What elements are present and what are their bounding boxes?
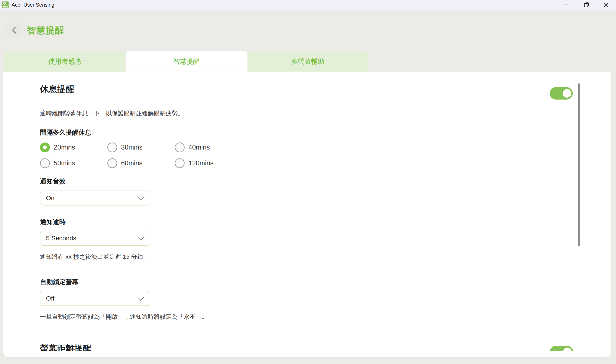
auto-lock-select[interactable]: Off <box>40 291 150 306</box>
radio-20mins[interactable]: 20mins <box>40 142 107 153</box>
minimize-icon <box>564 2 570 8</box>
auto-lock-label: 自動鎖定螢幕 <box>40 278 79 286</box>
user-sensing-app-icon <box>2 1 9 8</box>
radio-60mins[interactable]: 60mins <box>107 158 175 168</box>
radio-120mins[interactable]: 120mins <box>175 158 245 168</box>
tab-user-sensing[interactable]: 使用者感應 <box>4 51 125 72</box>
toggle-knob <box>563 348 572 351</box>
tab-smart-reminder[interactable]: 智慧提醒 <box>125 51 247 72</box>
selected-value: Off <box>46 295 54 302</box>
radio-40mins[interactable]: 40mins <box>175 142 245 153</box>
close-button[interactable] <box>596 0 616 10</box>
chevron-down-icon <box>137 196 144 201</box>
interval-radio-group: 20mins 30mins 40mins 50mins 60mins 120mi… <box>40 142 245 168</box>
radio-unselected-icon <box>175 158 185 168</box>
titlebar: Acer User Sensing <box>0 0 616 10</box>
restore-icon <box>584 2 589 8</box>
vertical-scrollbar[interactable] <box>578 83 580 246</box>
chevron-down-icon <box>137 297 144 301</box>
selected-value: On <box>46 195 55 202</box>
notification-timeout-note: 通知將在 xx 秒之後淡出並延遲 15 分鐘。 <box>40 253 149 261</box>
interval-label: 間隔多久提醒休息 <box>40 128 91 137</box>
radio-unselected-icon <box>175 143 185 152</box>
minimize-button[interactable] <box>557 0 577 10</box>
notification-sound-label: 通知音效 <box>40 177 66 186</box>
radio-30mins[interactable]: 30mins <box>107 142 175 153</box>
radio-selected-icon <box>40 143 50 152</box>
tab-label: 使用者感應 <box>48 57 82 66</box>
chevron-down-icon <box>137 237 144 241</box>
notification-sound-select[interactable]: On <box>40 191 150 206</box>
rest-reminder-toggle[interactable] <box>550 87 573 100</box>
back-button[interactable] <box>6 22 23 39</box>
notification-timeout-select[interactable]: 5 Seconds <box>40 231 150 246</box>
window-title: Acer User Sensing <box>12 2 54 8</box>
notification-timeout-label: 通知逾時 <box>40 218 66 226</box>
radio-unselected-icon <box>40 158 50 168</box>
restore-button[interactable] <box>577 0 596 10</box>
chevron-left-icon <box>10 26 19 35</box>
toggle-knob <box>563 89 571 98</box>
screen-distance-toggle[interactable] <box>550 346 573 351</box>
radio-unselected-icon <box>107 143 117 152</box>
close-icon <box>603 2 609 8</box>
tab-label: 多螢幕輔助 <box>291 57 325 66</box>
rest-reminder-title: 休息提醒 <box>40 83 74 95</box>
tab-multi-screen-assist[interactable]: 多螢幕輔助 <box>247 51 368 72</box>
tab-label: 智慧提醒 <box>173 57 200 66</box>
radio-50mins[interactable]: 50mins <box>40 158 107 168</box>
auto-lock-note: 一旦自動鎖定螢幕設為「開啟」，通知逾時將設定為「永不」。 <box>40 313 208 321</box>
radio-unselected-icon <box>107 158 117 168</box>
section-divider <box>40 338 573 338</box>
screen-distance-section: 螢幕距離提醒 <box>40 342 574 351</box>
selected-value: 5 Seconds <box>46 234 76 242</box>
screen-distance-title: 螢幕距離提醒 <box>40 343 91 351</box>
page-title: 智慧提醒 <box>27 24 65 36</box>
rest-reminder-description: 適時離開螢幕休息一下，以保護眼睛並緩解眼睛疲勞。 <box>40 109 184 117</box>
window-controls <box>557 0 616 10</box>
